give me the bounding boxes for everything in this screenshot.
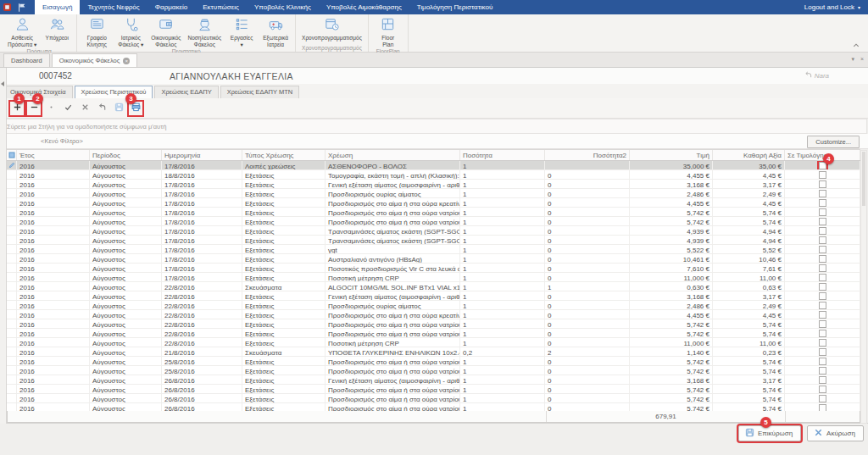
ribbon-button-schedule[interactable]: Χρονοπρογραμματισμός: [298, 15, 365, 42]
collapsed-nav-splitter[interactable]: [0, 68, 7, 424]
logout-button[interactable]: Logout and Lock ▾: [804, 0, 868, 14]
ribbon-button-wallet[interactable]: ΟικονομικόςΦάκελος: [147, 15, 184, 48]
ribbon-button-person[interactable]: ΑσθενείςΠρόσωπα ▾: [4, 15, 40, 48]
invoice-checkbox[interactable]: [819, 264, 826, 272]
table-row[interactable]: 2016Αύγουστος17/8/2016ΕξετάσειςΠροσδιορι…: [7, 208, 860, 217]
invoice-checkbox[interactable]: [819, 358, 826, 365]
table-row[interactable]: 2016Αύγουστος22/8/2016ΣκευάσματαALGOCIT …: [7, 282, 860, 291]
invoice-checkbox[interactable]: [819, 311, 826, 319]
table-row[interactable]: 2016Αύγουστος21/8/2016ΣκευάσματαΥΠΟΘΕΤΑ …: [7, 347, 860, 357]
invoice-checkbox[interactable]: [819, 302, 826, 309]
ribbon-button-tasks[interactable]: Εργασίες▾: [225, 15, 259, 48]
ribbon-button-floorplan[interactable]: FloorPlan: [371, 15, 405, 48]
vertical-scrollbar[interactable]: [860, 150, 867, 424]
save-button[interactable]: [112, 102, 125, 115]
tabstrip-close-icon[interactable]: ×: [860, 56, 864, 63]
ribbon-button-desk[interactable]: ΓραφείοΚίνησης: [80, 15, 114, 48]
invoice-checkbox[interactable]: [819, 386, 826, 393]
table-row[interactable]: 2016Αύγουστος26/8/2016ΕξετάσειςΓενική εξ…: [7, 375, 860, 385]
menu-tab-5[interactable]: Υποβολές Αιμοκάθαρσης: [319, 0, 409, 14]
table-row[interactable]: 2016Αύγουστος17/8/2016ΕξετάσειςΤρανσαμιν…: [7, 236, 860, 245]
column-header-3[interactable]: Τύπος Χρέωσης: [242, 150, 326, 160]
menu-tab-6[interactable]: Τιμολόγηση Περιστατικού: [409, 0, 501, 14]
invoice-checkbox[interactable]: [819, 395, 826, 402]
table-row[interactable]: 2016Αύγουστος22/8/2016ΕξετάσειςΠροσδιορι…: [7, 310, 860, 319]
menu-tab-1[interactable]: Τεχνητός Νεφρός: [80, 0, 147, 14]
table-row[interactable]: 2016Αύγουστος22/8/2016ΕξετάσειςΠροσδιορι…: [7, 319, 860, 329]
close-tab-icon[interactable]: ×: [123, 58, 130, 64]
column-header-1[interactable]: Περίοδος: [90, 150, 162, 160]
subtab-1[interactable]: Χρεώσεις Περιστατικού: [75, 86, 153, 98]
table-row[interactable]: 2016Αύγουστος17/8/2016ΕξετάσειςΓενική εξ…: [7, 180, 860, 189]
invoice-checkbox[interactable]: [819, 190, 826, 197]
invoice-checkbox[interactable]: [819, 180, 826, 188]
menu-tab-4[interactable]: Υποβολές Κλινικής: [247, 0, 319, 14]
table-row[interactable]: 2016Αύγουστος25/8/2016ΕξετάσειςΠροσδιορι…: [7, 366, 860, 375]
table-row[interactable]: 2016Αύγουστος17/8/2016ΕξετάσειςΠροσδιορι…: [7, 189, 860, 198]
customize-button[interactable]: Customize...: [807, 136, 860, 148]
table-row[interactable]: 2016Αύγουστος22/8/2016ΕξετάσειςΠροσδιορι…: [7, 301, 860, 310]
invoice-checkbox[interactable]: [819, 376, 826, 384]
refresh-button[interactable]: [95, 102, 108, 115]
column-header-7[interactable]: Τιμή: [630, 150, 713, 160]
ribbon-collapse-icon[interactable]: [851, 42, 861, 49]
table-row[interactable]: 2016Αύγουστος17/8/2016Εξετάσειςγgt105,52…: [7, 245, 860, 254]
invoice-checkbox[interactable]: [819, 292, 826, 300]
invoice-checkbox[interactable]: [819, 227, 826, 235]
accept-edit-button[interactable]: [61, 102, 75, 115]
table-row[interactable]: 2016Αύγουστος22/8/2016ΕξετάσειςΓενική εξ…: [7, 291, 860, 301]
invoice-checkbox[interactable]: [819, 255, 826, 263]
column-header-6[interactable]: Ποσότητα2: [545, 150, 630, 160]
invoice-checkbox[interactable]: [819, 246, 826, 253]
groupby-panel[interactable]: Σύρετε μια Στήλη για να ομαδοποιήσετε σύ…: [1, 119, 867, 134]
invoice-checkbox[interactable]: [819, 236, 826, 244]
confirm-button[interactable]: Επικύρωση: [738, 425, 801, 441]
table-row[interactable]: 2016Αύγουστος22/8/2016ΕξετάσειςΠοσοτική …: [7, 338, 860, 347]
invoice-checkbox[interactable]: [819, 274, 826, 281]
filter-label[interactable]: <Κενό Φίλτρο>: [41, 137, 83, 145]
ribbon-button-people[interactable]: Υπόχρεοι: [40, 15, 74, 42]
invoice-checkbox[interactable]: [819, 171, 826, 179]
table-row[interactable]: 2016Αύγουστος17/8/2016ΕξετάσειςΑυστραλια…: [7, 254, 860, 264]
doc-tab-1[interactable]: Οικονομικός Φάκελος×: [52, 53, 138, 67]
invoice-checkbox[interactable]: [819, 339, 826, 347]
invoice-checkbox[interactable]: [819, 404, 826, 411]
cancel-edit-button[interactable]: [78, 102, 92, 115]
table-row[interactable]: 2016Αύγουστος17/8/2016ΕξετάσειςΠροσδιορι…: [7, 198, 860, 208]
table-row[interactable]: 2016Αύγουστος17/8/2016ΕξετάσειςΠοσοτική …: [7, 273, 860, 282]
invoice-checkbox[interactable]: [819, 320, 826, 328]
subtab-2[interactable]: Χρεώσεις ΕΔΑΠΥ: [154, 86, 218, 98]
menu-tab-2[interactable]: Φαρμακείο: [147, 0, 196, 14]
ribbon-button-nurse[interactable]: ΝοσηλευτικόςΦάκελος: [185, 15, 225, 48]
nara-link[interactable]: Nara: [804, 71, 829, 80]
table-row[interactable]: 2016Αύγουστος17/8/2016ΕξετάσειςΤρανσαμιν…: [7, 226, 860, 236]
invoice-checkbox[interactable]: [819, 199, 826, 207]
invoice-checkbox[interactable]: [819, 208, 826, 216]
column-header-8[interactable]: Καθαρή Αξία: [713, 150, 785, 160]
invoice-checkbox[interactable]: [819, 283, 826, 291]
table-row[interactable]: 2016Αύγουστος18/8/2016ΕξετάσειςΤομογραφί…: [7, 170, 860, 180]
menu-tab-0[interactable]: Εισαγωγή: [35, 0, 80, 14]
column-header-2[interactable]: Ημερομηνία: [162, 150, 242, 160]
table-row[interactable]: 2016Αύγουστος26/8/2016ΕξετάσειςΠροσδιορι…: [7, 403, 860, 411]
doc-tab-0[interactable]: Dashboard: [3, 53, 50, 67]
column-header-4[interactable]: Χρέωση: [326, 150, 460, 160]
cancel-button[interactable]: Ακύρωση: [807, 425, 864, 441]
table-row[interactable]: 2016Αύγουστος26/8/2016ΕξετάσειςΠροσδιορι…: [7, 394, 860, 403]
column-header-0[interactable]: Έτος: [17, 150, 90, 160]
ribbon-button-steth[interactable]: ΙατρικόςΦάκελος ▾: [114, 15, 147, 48]
table-row[interactable]: 2016Αύγουστος26/8/2016ΕξετάσειςΠροσδιορι…: [7, 385, 860, 394]
scrollbar-thumb[interactable]: [862, 152, 865, 206]
table-row[interactable]: 2016Αύγουστος22/8/2016ΕξετάσειςΠροσδιορι…: [7, 329, 860, 338]
table-row[interactable]: 2016Αύγουστος17/8/2016ΕξετάσειςΠροσδιορι…: [7, 217, 860, 226]
edit-row-button[interactable]: [44, 102, 58, 115]
column-header-5[interactable]: Ποσότητα: [460, 150, 545, 160]
ribbon-button-ambulance[interactable]: ΕξωτερικάΙατρεία: [259, 15, 292, 48]
invoice-checkbox[interactable]: [819, 330, 826, 337]
invoice-checkbox[interactable]: [819, 348, 826, 356]
table-row[interactable]: 2016Αύγουστος25/8/2016ΕξετάσειςΠροσδιορι…: [7, 357, 860, 366]
table-row[interactable]: 2016Αύγουστος17/8/2016ΕξετάσειςΠοσοτικός…: [7, 264, 860, 273]
invoice-checkbox[interactable]: [819, 367, 826, 375]
flag-icon[interactable]: [17, 3, 27, 13]
invoice-checkbox[interactable]: [819, 218, 826, 225]
